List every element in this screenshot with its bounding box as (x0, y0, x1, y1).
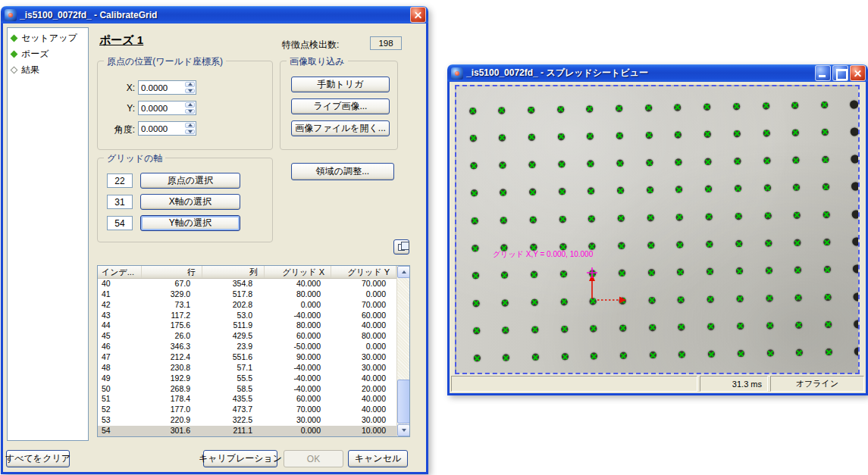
table-cell: 53 (98, 415, 142, 426)
grid-dot (852, 237, 860, 245)
column-header-index[interactable]: インデ... (98, 266, 142, 278)
dot-marker-icon (529, 189, 536, 195)
dot-marker-icon (766, 322, 773, 329)
table-cell: 60.000 (265, 331, 331, 342)
grid-dot (766, 350, 773, 357)
table-row[interactable]: 43117.253.0-40.00060.000 (98, 311, 409, 321)
title-bar[interactable]: _is5100_0072fd_ - CalibrateGrid (1, 6, 428, 23)
table-row[interactable]: 44175.6511.980.00040.000 (98, 320, 409, 331)
calibration-button[interactable]: キャリブレーション (203, 450, 277, 467)
select-origin-button[interactable]: 原点の選択 (140, 173, 240, 189)
dot-marker-icon (736, 267, 743, 274)
y-input[interactable] (138, 101, 185, 115)
grid-dot (558, 161, 565, 167)
dot-marker-icon (590, 325, 597, 332)
grid-dot (826, 348, 832, 355)
dot-marker-icon (734, 158, 741, 164)
column-header-grid-x[interactable]: グリッド X (265, 266, 331, 278)
calibration-image[interactable]: グリッド X,Y = 0.000, 10.000 (455, 85, 860, 374)
table-row[interactable]: 47212.4551.690.00030.000 (98, 352, 409, 363)
tree-item[interactable]: ポーズ (9, 46, 86, 62)
table-row[interactable]: 50268.958.5-40.00020.000 (98, 384, 409, 395)
select-x-axis-button[interactable]: X軸の選択 (140, 194, 240, 210)
table-cell: 90.000 (265, 352, 331, 363)
column-header-col[interactable]: 列 (202, 266, 265, 278)
open-image-file-button[interactable]: 画像ファイルを開く... (291, 120, 390, 136)
grid-dot (734, 130, 741, 137)
spin-down-button[interactable] (185, 130, 195, 135)
table-row[interactable]: 48230.857.1-40.00030.000 (98, 363, 409, 373)
tree-bullet-icon (11, 67, 18, 74)
tree-item[interactable]: 結果 (9, 62, 86, 78)
live-image-button[interactable]: ライブ画像... (291, 98, 390, 114)
table-cell: 54 (98, 426, 142, 436)
tree-item[interactable]: セットアップ (9, 30, 86, 46)
table-cell: 511.9 (202, 320, 265, 331)
title-bar[interactable]: _is5100_0072fd_ - スプレッドシートビュー (447, 64, 868, 82)
spin-up-button[interactable] (185, 102, 195, 108)
grid-dot (678, 296, 685, 303)
column-header-grid-y[interactable]: グリッド Y (331, 266, 396, 278)
dot-marker-icon (617, 187, 624, 194)
grid-dot (677, 269, 684, 276)
table-row[interactable]: 52177.0473.770.00040.000 (98, 405, 409, 415)
table-row[interactable]: 51178.4435.560.00040.000 (98, 394, 409, 405)
grid-dot (736, 267, 743, 274)
table-cell: 40.000 (331, 394, 396, 405)
copy-table-button[interactable] (393, 239, 409, 255)
scroll-up-button[interactable] (397, 266, 410, 278)
spin-up-button[interactable] (185, 82, 195, 87)
grid-dot (500, 217, 507, 223)
close-button[interactable] (410, 7, 426, 23)
grid-dot (620, 352, 627, 359)
dot-marker-icon (825, 321, 832, 328)
grid-dot (649, 324, 656, 331)
angle-input[interactable] (138, 121, 185, 136)
minimize-button[interactable] (815, 65, 831, 81)
dot-marker-icon (590, 298, 597, 305)
dot-marker-icon (708, 351, 715, 358)
table-cell: 20.000 (331, 384, 396, 395)
table-cell: 354.8 (202, 279, 265, 289)
table-row[interactable]: 4067.0354.840.00070.000 (98, 279, 409, 289)
table-row[interactable]: 54301.6211.10.00010.000 (98, 426, 409, 436)
status-time: 31.3 ms (700, 376, 768, 392)
table-row[interactable]: 41329.0517.880.0000.000 (98, 289, 409, 300)
scroll-down-button[interactable] (397, 424, 410, 436)
table-scrollbar[interactable] (396, 266, 409, 436)
scroll-thumb[interactable] (397, 380, 410, 423)
pose-heading: ポーズ 1 (99, 33, 143, 48)
adjust-region-button[interactable]: 領域の調整... (291, 163, 394, 180)
grid-dot (853, 292, 860, 301)
dot-marker-icon (707, 295, 714, 302)
grid-dot (675, 159, 682, 166)
table-cell: 67.0 (142, 279, 202, 289)
table-row[interactable]: 49192.955.5-40.00040.000 (98, 373, 409, 384)
table-row[interactable]: 53220.9322.530.00030.000 (98, 415, 409, 426)
dot-marker-icon (528, 106, 534, 113)
manual-trigger-button[interactable]: 手動トリガ (291, 77, 390, 92)
x-label: X: (105, 83, 135, 93)
spin-down-button[interactable] (185, 109, 195, 114)
table-row[interactable]: 4273.1202.80.00070.000 (98, 300, 409, 311)
cancel-button[interactable]: キャンセル (348, 450, 408, 467)
grid-dot (501, 272, 508, 279)
dot-marker-icon (794, 267, 801, 273)
grid-xy-annotation: グリッド X,Y = 0.000, 10.000 (493, 249, 593, 260)
table-row[interactable]: 46346.323.9-50.0000.000 (98, 342, 409, 352)
grid-dot (646, 159, 653, 166)
x-input[interactable] (138, 80, 185, 95)
dot-marker-icon (766, 295, 772, 302)
table-row[interactable]: 4526.0429.560.00080.000 (98, 331, 409, 342)
close-button[interactable] (850, 65, 866, 81)
clear-all-button[interactable]: すべてをクリア (6, 450, 70, 467)
grid-dot (737, 323, 744, 330)
ok-button[interactable]: OK (284, 450, 343, 467)
dot-marker-icon (561, 353, 568, 360)
maximize-button[interactable] (832, 65, 848, 81)
spin-down-button[interactable] (185, 89, 195, 94)
column-header-row[interactable]: 行 (142, 266, 202, 278)
grid-dot (823, 239, 830, 245)
select-y-axis-button[interactable]: Y軸の選択 (140, 215, 240, 231)
spin-up-button[interactable] (185, 123, 195, 128)
